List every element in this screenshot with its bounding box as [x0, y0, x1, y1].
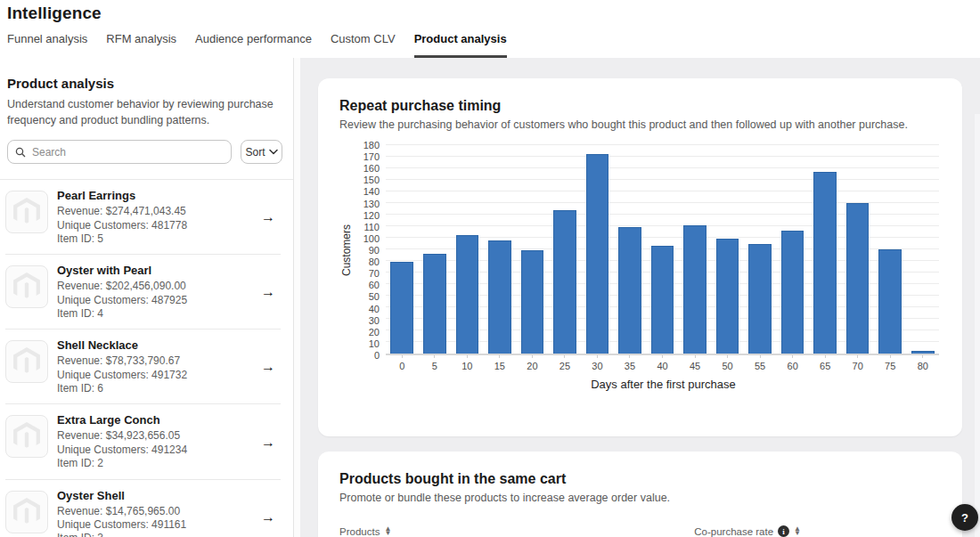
- y-tick-label: 130: [363, 199, 380, 209]
- x-tick-label: 75: [885, 361, 895, 371]
- bar-slot: [744, 145, 777, 354]
- x-tick-mark: [467, 355, 468, 358]
- bar-day-55: [748, 244, 772, 354]
- sidebar-scrollbar[interactable]: [294, 58, 300, 537]
- list-item[interactable]: Oyster with PearlRevenue: $202,456,090.0…: [5, 255, 281, 330]
- bar-day-35: [618, 227, 641, 354]
- list-item[interactable]: Oyster ShellRevenue: $14,765,965.00Uniqu…: [5, 480, 281, 537]
- sort-toggle-icon[interactable]: ▲▼: [794, 527, 801, 536]
- tab-funnel-analysis[interactable]: Funnel analysis: [7, 32, 87, 58]
- x-tick-label: 25: [559, 361, 570, 371]
- bar-slot: [549, 145, 582, 354]
- tab-rfm-analysis[interactable]: RFM analysis: [106, 32, 176, 58]
- search-input[interactable]: [32, 146, 224, 159]
- y-tick-label: 150: [363, 175, 380, 185]
- bar-day-65: [813, 172, 837, 354]
- arrow-right-icon[interactable]: →: [257, 284, 281, 300]
- x-tick-mark: [922, 355, 923, 358]
- help-button[interactable]: ?: [951, 504, 978, 531]
- x-tick-mark: [662, 355, 663, 358]
- product-name: Oyster with Pearl: [57, 264, 257, 277]
- x-tick-label: 0: [399, 361, 404, 371]
- x-tick-label: 15: [494, 361, 505, 371]
- x-tick-mark: [825, 355, 826, 358]
- x-tick-label: 30: [592, 361, 602, 371]
- x-slot: 45: [679, 355, 712, 373]
- arrow-right-icon[interactable]: →: [257, 209, 281, 225]
- search-icon: [15, 147, 26, 158]
- product-detail-line: Revenue: $78,733,790.67: [57, 354, 257, 368]
- product-detail-line: Unique Customers: 487925: [57, 294, 257, 307]
- bar-slot: [581, 145, 614, 354]
- info-icon[interactable]: i: [778, 525, 789, 537]
- tab-custom-clv[interactable]: Custom CLV: [331, 32, 396, 58]
- list-item[interactable]: Extra Large ConchRevenue: $34,923,656.05…: [5, 404, 281, 479]
- x-slot: 75: [874, 355, 907, 373]
- list-item[interactable]: Shell NecklaceRevenue: $78,733,790.67Uni…: [5, 330, 281, 404]
- search-box[interactable]: [7, 140, 232, 164]
- intelligence-page: Intelligence Funnel analysisRFM analysis…: [0, 0, 980, 537]
- product-detail-line: Unique Customers: 491161: [57, 518, 257, 532]
- product-name: Pearl Earrings: [57, 189, 257, 202]
- x-slot: 35: [614, 355, 647, 373]
- tab-audience-performance[interactable]: Audience performance: [195, 32, 312, 58]
- x-slot: 5: [419, 355, 452, 373]
- search-row: Sort: [7, 140, 282, 164]
- product-thumbnail-magento-icon: [5, 265, 48, 308]
- product-list: Pearl EarringsRevenue: $274,471,043.45Un…: [0, 179, 293, 537]
- bar-slot: [419, 145, 452, 354]
- repeat-purchase-bar-chart: Customers 010203040506070809010011012013…: [339, 145, 941, 393]
- x-tick-mark: [564, 355, 565, 358]
- column-header-copurchase-rate: Co-purchase rate i ▲▼: [694, 525, 801, 537]
- product-detail-line: Unique Customers: 481778: [57, 219, 257, 232]
- bar-slot: [451, 145, 484, 354]
- arrow-right-icon[interactable]: →: [257, 509, 281, 525]
- x-tick-label: 5: [432, 361, 437, 371]
- bar-day-60: [781, 231, 804, 354]
- content-area: Product analysis Understand customer beh…: [0, 58, 980, 537]
- copurchase-card-description: Promote or bundle these products to incr…: [339, 492, 941, 504]
- repeat-purchase-timing-card: Repeat purchase timing Review the purcha…: [318, 78, 962, 436]
- x-slot: 20: [516, 355, 549, 373]
- y-tick-label: 10: [369, 338, 380, 349]
- product-thumbnail-magento-icon: [5, 415, 48, 458]
- bar-day-30: [586, 154, 609, 354]
- bar-day-50: [716, 239, 739, 354]
- sort-toggle-icon[interactable]: ▲▼: [384, 527, 391, 536]
- product-thumbnail-magento-icon: [5, 340, 48, 383]
- x-slot: 60: [776, 355, 809, 373]
- x-tick-mark: [402, 355, 403, 358]
- chart-bars: [386, 145, 939, 354]
- x-tick-label: 40: [657, 361, 667, 371]
- main-scrollbar[interactable]: [975, 114, 980, 537]
- product-analysis-sidebar: Product analysis Understand customer beh…: [0, 58, 294, 537]
- y-tick-label: 40: [369, 304, 380, 314]
- x-tick-mark: [792, 355, 793, 358]
- product-detail-line: Unique Customers: 491732: [57, 369, 257, 382]
- arrow-right-icon[interactable]: →: [257, 359, 281, 375]
- y-tick-label: 70: [369, 268, 380, 279]
- product-detail-line: Revenue: $202,456,090.00: [57, 280, 257, 293]
- product-name: Shell Necklace: [57, 338, 257, 352]
- bar-day-20: [521, 250, 544, 354]
- y-tick-label: 170: [363, 151, 380, 162]
- x-tick-mark: [499, 355, 500, 358]
- sort-button[interactable]: Sort: [241, 140, 282, 164]
- y-tick-label: 80: [369, 256, 380, 267]
- arrow-right-icon[interactable]: →: [257, 435, 281, 451]
- list-item[interactable]: Pearl EarringsRevenue: $274,471,043.45Un…: [5, 180, 281, 255]
- product-name: Oyster Shell: [57, 489, 257, 502]
- y-axis-tick-labels: 0102030405060708090100110120130140150160…: [354, 145, 386, 355]
- bar-slot: [776, 145, 809, 354]
- chart-card-description: Review the purchasing behavior of custom…: [339, 118, 941, 131]
- bar-slot: [646, 145, 679, 354]
- y-tick-label: 20: [369, 327, 380, 338]
- product-name: Extra Large Conch: [57, 413, 257, 427]
- chevron-down-icon: [269, 149, 278, 155]
- x-tick-mark: [597, 355, 598, 358]
- x-slot: 0: [386, 355, 419, 373]
- x-tick-label: 60: [788, 361, 798, 371]
- tab-product-analysis[interactable]: Product analysis: [414, 32, 507, 58]
- x-slot: 15: [484, 355, 517, 373]
- y-tick-label: 140: [363, 186, 380, 197]
